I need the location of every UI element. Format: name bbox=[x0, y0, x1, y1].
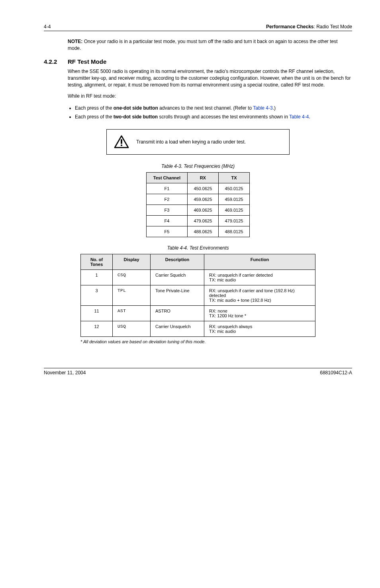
cell: F1 bbox=[147, 183, 188, 194]
cell: 488.0125 bbox=[218, 226, 249, 237]
table-freq-title: Table 4-3. Test Frequencies (MHz) bbox=[44, 163, 352, 169]
table-env-title: Table 4-4. Test Environments bbox=[44, 245, 352, 251]
cell: Tone Private-Line bbox=[151, 285, 204, 306]
th-tx: TX bbox=[218, 173, 249, 183]
cell: USQ bbox=[113, 321, 151, 337]
footer-docnum: 6881094C12-A bbox=[320, 370, 352, 376]
cell: 450.0625 bbox=[187, 183, 218, 194]
table-row: F2459.0625459.0125 bbox=[147, 194, 250, 205]
page-header: 4-4 Performance Checks: Radio Test Mode bbox=[44, 24, 352, 31]
table-row: F3469.0625469.0125 bbox=[147, 205, 250, 216]
bullet-2-pre: Each press of the bbox=[75, 114, 114, 120]
cell: F3 bbox=[147, 205, 188, 216]
table-row: F4479.0625479.0125 bbox=[147, 216, 250, 226]
footer-date: November 11, 2004 bbox=[44, 370, 86, 376]
th-tones: No. of Tones bbox=[81, 254, 113, 270]
page-footer: November 11, 2004 6881094C12-A bbox=[44, 368, 352, 376]
bullet-2-link[interactable]: Table 4-4 bbox=[289, 114, 309, 120]
bullet-1: Each press of the one-dot side button ad… bbox=[75, 104, 352, 112]
table-row: 11 AST ASTRO RX: none TX: 1200 Hz tone * bbox=[81, 306, 315, 321]
th-desc: Description bbox=[151, 254, 204, 270]
cell: AST bbox=[113, 306, 151, 321]
cell: F5 bbox=[147, 226, 188, 237]
table-row: 1 CSQ Carrier Squelch RX: unsquelch if c… bbox=[81, 270, 315, 285]
bullet-2: Each press of the two-dot side button sc… bbox=[75, 113, 352, 120]
cell: Carrier Unsquelch bbox=[151, 321, 204, 337]
caution-box: Transmit into a load when keying a radio… bbox=[106, 129, 290, 155]
cell: 1 bbox=[81, 270, 113, 285]
table-footnote: * All deviation values are based on devi… bbox=[80, 339, 315, 344]
bullet-2-bold: two-dot side button bbox=[114, 114, 158, 120]
cell: 450.0125 bbox=[218, 183, 249, 194]
section-heading: 4.2.2 RF Test Mode bbox=[44, 58, 352, 65]
cell: 459.0625 bbox=[187, 194, 218, 205]
bullet-1-after: .) bbox=[273, 105, 276, 111]
bullet-1-bold: one-dot side button bbox=[114, 105, 158, 111]
cell: 469.0125 bbox=[218, 205, 249, 216]
table-row: F1450.0625450.0125 bbox=[147, 183, 250, 194]
table-freq: Test Channel RX TX F1450.0625450.0125 F2… bbox=[146, 172, 250, 237]
paragraph-1: When the SSE 5000 radio is operating in … bbox=[68, 68, 352, 89]
header-bold: Performance Checks bbox=[266, 24, 313, 29]
cell: ASTRO bbox=[151, 306, 204, 321]
page-number: 4-4 bbox=[44, 24, 51, 29]
note-block: NOTE: Once your radio is in a particular… bbox=[68, 38, 352, 52]
cell: F4 bbox=[147, 216, 188, 226]
cell: 11 bbox=[81, 306, 113, 321]
cell: CSQ bbox=[113, 270, 151, 285]
th-func: Function bbox=[204, 254, 315, 270]
cell: TPL bbox=[113, 285, 151, 306]
table-row: 3 TPL Tone Private-Line RX: unsquelch if… bbox=[81, 285, 315, 306]
cell: 459.0125 bbox=[218, 194, 249, 205]
bullet-1-post: advances to the next test channel. (Refe… bbox=[158, 105, 253, 111]
cell: RX: unsquelch always TX: mic audio bbox=[204, 321, 315, 337]
header-section: Performance Checks: Radio Test Mode bbox=[266, 24, 352, 29]
bullet-1-link[interactable]: Table 4-3 bbox=[253, 105, 272, 111]
cell: RX: none TX: 1200 Hz tone * bbox=[204, 306, 315, 321]
note-text: Once your radio is in a particular test … bbox=[68, 39, 337, 51]
caution-text: Transmit into a load when keying a radio… bbox=[136, 139, 246, 145]
cell: RX: unsquelch if carrier and tone (192.8… bbox=[204, 285, 315, 306]
th-display: Display bbox=[113, 254, 151, 270]
note-label: NOTE: bbox=[68, 39, 82, 44]
bullet-list: Each press of the one-dot side button ad… bbox=[68, 104, 352, 120]
th-channel: Test Channel bbox=[147, 173, 188, 183]
cell: 469.0625 bbox=[187, 205, 218, 216]
cell: 3 bbox=[81, 285, 113, 306]
bullet-2-after: . bbox=[309, 114, 310, 120]
cell: 12 bbox=[81, 321, 113, 337]
section-number: 4.2.2 bbox=[44, 58, 68, 65]
header-rest: : Radio Test Mode bbox=[314, 24, 353, 29]
table-row: F5488.0625488.0125 bbox=[147, 226, 250, 237]
table-row: 12 USQ Carrier Unsquelch RX: unsquelch a… bbox=[81, 321, 315, 337]
table-env: No. of Tones Display Description Functio… bbox=[80, 254, 315, 337]
section-title: RF Test Mode bbox=[68, 58, 106, 65]
cell: F2 bbox=[147, 194, 188, 205]
paragraph-2: While in RF test mode: bbox=[68, 93, 352, 100]
svg-point-2 bbox=[121, 145, 122, 146]
cell: 479.0125 bbox=[218, 216, 249, 226]
th-rx: RX bbox=[187, 173, 218, 183]
cell: RX: unsquelch if carrier detected TX: mi… bbox=[204, 270, 315, 285]
cell: 479.0625 bbox=[187, 216, 218, 226]
bullet-1-pre: Each press of the bbox=[75, 105, 114, 111]
bullet-2-post: scrolls through and accesses the test en… bbox=[158, 114, 289, 120]
cell: 488.0625 bbox=[187, 226, 218, 237]
svg-rect-1 bbox=[121, 140, 122, 144]
cell: Carrier Squelch bbox=[151, 270, 204, 285]
caution-icon bbox=[114, 135, 129, 149]
